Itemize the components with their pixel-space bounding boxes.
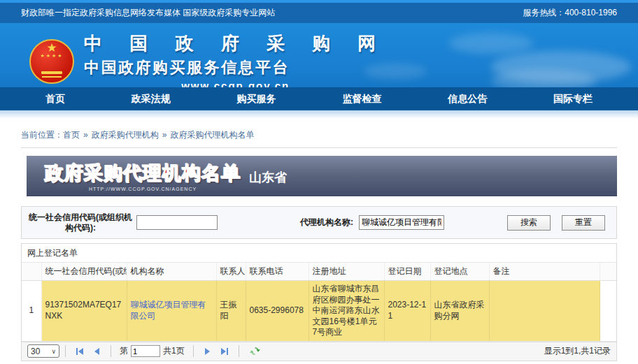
nav-item-announcements[interactable]: 信息公告 [448,93,487,105]
main-nav: 首页 政采法规 购买服务 监督检查 信息公告 国际专栏 [0,87,638,110]
nav-item-supervision[interactable]: 监督检查 [342,93,381,105]
site-brand[interactable]: ★ ★★★★ 中 国 政 府 采 购 网 中国政府购买服务信息平台 www.cc… [29,31,387,87]
topbar-slogan: 财政部唯一指定政府采购信息网络发布媒体 国家级政府采购专业网站 [21,7,275,19]
service-hotline: 服务热线：400-810-1996 [523,7,617,19]
first-page-button[interactable] [73,345,86,358]
results-panel: 网上登记名单 统一社会信用代码(或组织 机构名称 联系人 联系电话 注册地址 登… [21,243,617,361]
nav-item-home[interactable]: 首页 [45,93,65,105]
credit-code-label: 统一社会信用代码(或组织机构代码): [27,212,134,233]
prev-page-button[interactable] [90,345,103,358]
credit-code-cell: 91371502MA7EQ17NXK [41,281,127,342]
banner-title: 政府采购代理机构名单 [45,161,241,186]
page-prefix-label: 第 [120,345,128,357]
last-page-button[interactable] [218,345,231,358]
breadcrumb-divider [21,147,617,148]
national-emblem-logo: ★ ★★★★ [29,39,74,84]
col-row-number [22,263,41,281]
col-filler [600,263,616,281]
page-total-label: 共1页 [163,345,185,357]
site-subtitle: 中国政府购买服务信息平台 [84,57,387,78]
table-section-title: 网上登记名单 [22,244,616,263]
agency-name-input[interactable] [359,215,444,230]
table-row: 1 91371502MA7EQ17NXK 聊城诚亿项目管理有限公司 王振阳 06… [22,281,616,342]
banner-region-label: 山东省 [249,169,287,186]
col-contact: 联系人 [216,263,246,281]
table-header-row: 统一社会信用代码(或组织 机构名称 联系人 联系电话 注册地址 登记日期 登记地… [22,263,616,281]
cloud-decoration [449,33,533,54]
topbar: 财政部唯一指定政府采购信息网络发布媒体 国家级政府采购专业网站 服务热线：400… [0,3,638,23]
site-title: 中 国 政 府 采 购 网 [84,31,387,56]
address-cell: 山东省聊城市东昌府区柳园办事处一中南运河路东山水文园16号楼1单元7号商业 [309,281,384,342]
chevron-down-icon: ∨ [51,348,56,355]
filler-cell [600,281,616,342]
pagination-bar: 30 ∨ 第 共1页 显示1到1,共1记录 [22,342,616,361]
reset-button[interactable]: 重置 [562,215,605,231]
row-number-cell: 1 [22,281,41,342]
site-url: www.ccgp.gov.cn [84,80,387,87]
nav-item-purchase-services[interactable]: 购买服务 [237,93,276,105]
agency-name-link[interactable]: 聊城诚亿项目管理有限公司 [131,300,206,321]
agency-list-banner: 政府采购代理机构名单 HTTP://WWW.CCGP.GOV.CN/AGENCY… [27,156,617,196]
credit-code-input[interactable] [136,215,218,230]
agency-name-label: 代理机构名称: [300,217,353,228]
agency-name-cell: 聊城诚亿项目管理有限公司 [127,281,216,342]
page-number-input[interactable] [131,345,160,357]
note-cell [489,281,600,342]
breadcrumb-label: 当前位置： [21,130,63,140]
search-panel: 统一社会信用代码(或组织机构代码): 代理机构名称: 搜索 重置 [21,206,617,239]
refresh-button[interactable] [249,345,262,358]
site-header: ★ ★★★★ 中 国 政 府 采 购 网 中国政府购买服务信息平台 www.cc… [0,23,638,87]
col-phone: 联系电话 [246,263,309,281]
breadcrumb-home-link[interactable]: 首页 [63,130,80,140]
col-note: 备注 [489,263,600,281]
phone-cell: 0635-2996078 [246,281,309,342]
last-page-icon [220,347,229,356]
agency-table: 统一社会信用代码(或组织 机构名称 联系人 联系电话 注册地址 登记日期 登记地… [22,263,616,342]
nav-item-regulations[interactable]: 政采法规 [132,93,171,105]
cloud-decoration [491,69,596,87]
search-button[interactable]: 搜索 [507,215,551,231]
reg-date-cell: 2023-12-11 [384,281,430,342]
breadcrumb: 当前位置：首页»政府采购代理机构»政府采购代理机构名单 [21,129,617,141]
col-agency-name: 机构名称 [127,263,216,281]
page-size-select[interactable]: 30 ∨ [27,344,59,358]
col-reg-place: 登记地点 [430,263,489,281]
next-page-icon [204,347,212,356]
col-credit-code: 统一社会信用代码(或组织 [41,263,127,281]
next-page-button[interactable] [201,345,214,358]
banner-url: HTTP://WWW.CCGP.GOV.CN/AGENCY [89,187,197,191]
first-page-icon [76,347,84,356]
col-address: 注册地址 [309,263,384,281]
breadcrumb-agency-link[interactable]: 政府采购代理机构 [92,130,159,140]
breadcrumb-agency-list-link[interactable]: 政府采购代理机构名单 [170,130,254,140]
contact-cell: 王振阳 [216,281,246,342]
nav-fade-strip [0,110,638,119]
col-reg-date: 登记日期 [384,263,430,281]
nav-item-international[interactable]: 国际专栏 [553,93,593,105]
refresh-icon [250,346,260,356]
record-summary: 显示1到1,共1记录 [544,345,611,357]
prev-page-icon [92,347,101,356]
reg-place-cell: 山东省政府采购分网 [430,281,489,342]
